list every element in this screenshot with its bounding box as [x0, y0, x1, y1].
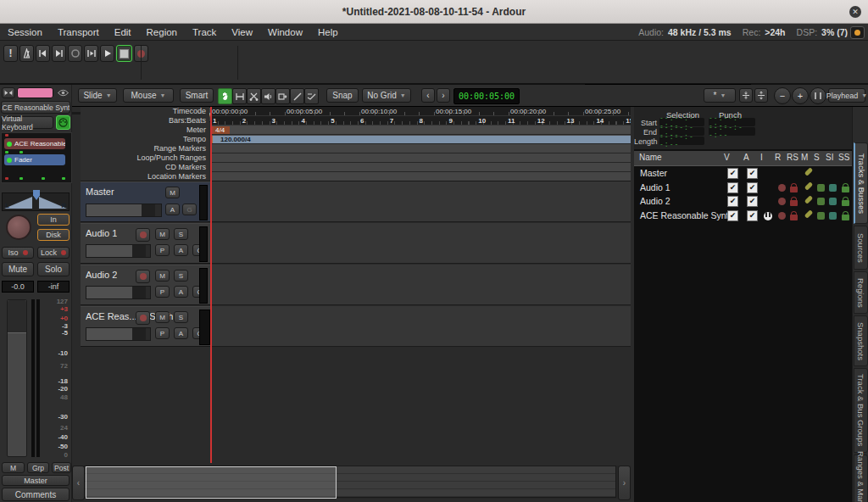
- menu-transport[interactable]: Transport: [50, 27, 107, 37]
- play-selection-button[interactable]: [84, 45, 98, 62]
- bars-ruler[interactable]: 123456789101112131415: [210, 116, 631, 126]
- processor-box[interactable]: ACE Reasonable S Fader: [1, 132, 72, 183]
- active-checkbox[interactable]: ✔: [747, 210, 758, 221]
- tab-regions[interactable]: Regions: [854, 271, 868, 314]
- tempo-ruler[interactable]: 120.000/4: [210, 135, 631, 144]
- play-button[interactable]: [100, 45, 114, 62]
- virtual-keyboard-button[interactable]: Virtual Keyboard: [1, 116, 53, 129]
- visible-checkbox[interactable]: ✔: [727, 168, 738, 179]
- tempo-band[interactable]: [213, 136, 631, 143]
- titlebar[interactable]: *Untitled-2021-08-08-10-11-54 - Ardour ✕: [0, 0, 868, 24]
- track-mute-button[interactable]: M: [155, 270, 170, 282]
- midi-panic-button[interactable]: !: [3, 45, 18, 62]
- track-playlist-button[interactable]: P: [155, 244, 170, 256]
- track-playlist-button[interactable]: P: [155, 286, 170, 298]
- track-header-audio-1[interactable]: Audio 1MSPAG: [81, 223, 210, 264]
- zoom-focus-dropdown[interactable]: Playhead▼: [828, 88, 865, 103]
- summary-viewport[interactable]: [86, 466, 337, 499]
- column-header-m[interactable]: M: [801, 153, 808, 162]
- visible-checkbox[interactable]: ✔: [727, 210, 738, 221]
- menu-region[interactable]: Region: [139, 27, 185, 37]
- i-state-icon[interactable]: [764, 212, 772, 220]
- monitor-disk-button[interactable]: Disk: [37, 229, 70, 241]
- marker-dropdown[interactable]: *▼: [704, 88, 736, 103]
- track-header-ace-reas-le-synth[interactable]: ACE Reas... le SynthMSPAG: [81, 306, 210, 347]
- track-header-audio-2[interactable]: Audio 2MSPAG: [81, 265, 210, 305]
- track-lane-audio-2[interactable]: [210, 265, 631, 305]
- track-automation-button[interactable]: A: [174, 286, 188, 298]
- synth-name-button[interactable]: ACE Reasonable Synth: [1, 101, 70, 114]
- track-lane-master[interactable]: [210, 181, 631, 222]
- track-name[interactable]: Audio 2: [86, 270, 117, 280]
- column-header-s[interactable]: S: [814, 153, 820, 162]
- summary-scroll-right-button[interactable]: ›: [618, 466, 631, 500]
- gain-display[interactable]: -0.0: [2, 281, 34, 293]
- track-header-master[interactable]: MasterMAG: [81, 181, 210, 222]
- grid-dropdown[interactable]: No Grid▼: [362, 88, 411, 103]
- ss-state-icon[interactable]: [842, 212, 849, 220]
- track-mute-button[interactable]: M: [165, 187, 180, 198]
- punch-end-clock[interactable]: --:--:--:--: [709, 127, 755, 136]
- tab-ranges-marks[interactable]: Ranges & Marks: [854, 455, 868, 502]
- track-automation-button[interactable]: A: [174, 244, 188, 256]
- track-solo-button[interactable]: S: [174, 270, 188, 282]
- si-state-icon[interactable]: [829, 184, 837, 192]
- snap-mode-button[interactable]: Snap: [326, 88, 359, 103]
- track-solo-button[interactable]: S: [174, 311, 188, 323]
- goto-start-button[interactable]: [36, 45, 50, 62]
- track-automation-button[interactable]: A: [174, 327, 188, 339]
- mono-button[interactable]: [2, 87, 15, 98]
- audition-tool-button[interactable]: [261, 88, 275, 104]
- r-state-icon[interactable]: [778, 198, 786, 205]
- edit-point-tool-button[interactable]: [304, 88, 319, 104]
- menu-edit[interactable]: Edit: [107, 27, 139, 37]
- range-tool-button[interactable]: [232, 88, 247, 104]
- tab-snapshots[interactable]: Snapshots: [854, 315, 868, 366]
- menu-help[interactable]: Help: [310, 27, 346, 37]
- smart-mode-button[interactable]: Smart: [180, 88, 214, 103]
- timefx-tool-button[interactable]: [275, 88, 290, 104]
- draw-tool-button[interactable]: [290, 88, 304, 104]
- zoom-fit-button[interactable]: [810, 87, 826, 104]
- nudge-forward-button[interactable]: ›: [437, 88, 450, 103]
- track-mute-button[interactable]: M: [155, 311, 170, 323]
- expand-tracks-button[interactable]: [754, 88, 768, 103]
- active-checkbox[interactable]: ✔: [747, 182, 758, 193]
- active-checkbox[interactable]: ✔: [747, 196, 758, 207]
- group-button[interactable]: Grp: [27, 462, 49, 473]
- track-gain-slider[interactable]: [86, 286, 151, 299]
- pan-widget[interactable]: L R: [2, 192, 70, 211]
- selection-length-clock[interactable]: --:--:--:--: [659, 137, 704, 145]
- loop-punch-ranges-ruler[interactable]: [210, 153, 631, 163]
- zoom-in-button[interactable]: +: [792, 87, 809, 104]
- post-button[interactable]: Post: [52, 462, 71, 473]
- track-gain-slider[interactable]: [86, 244, 151, 258]
- midi-input-button[interactable]: [56, 115, 70, 130]
- ss-state-icon[interactable]: [842, 198, 849, 206]
- loop-button[interactable]: [68, 45, 82, 62]
- track-rec-button[interactable]: [136, 270, 150, 283]
- metronome-button[interactable]: [19, 45, 34, 62]
- track-gain-slider[interactable]: [86, 204, 162, 217]
- track-lane-ace-reas-le-synth[interactable]: [210, 306, 631, 347]
- processor-fader[interactable]: Fader: [4, 154, 65, 165]
- track-solo-button[interactable]: S: [174, 228, 188, 240]
- rs-state-icon[interactable]: [790, 212, 798, 220]
- r-state-icon[interactable]: [778, 212, 786, 220]
- column-header-v[interactable]: V: [724, 153, 730, 162]
- monitor-knob[interactable]: [6, 215, 31, 240]
- goto-end-button[interactable]: [52, 45, 66, 62]
- range-markers-ruler[interactable]: [210, 144, 631, 153]
- cd-markers-ruler[interactable]: [210, 163, 631, 172]
- visible-checkbox[interactable]: ✔: [727, 182, 738, 193]
- meter-marker[interactable]: 4/4: [211, 126, 230, 134]
- close-icon[interactable]: ✕: [849, 6, 861, 18]
- track-group-button[interactable]: G: [182, 204, 197, 215]
- si-state-icon[interactable]: [829, 212, 837, 220]
- track-playlist-button[interactable]: P: [155, 327, 170, 339]
- m-state-icon[interactable]: [804, 198, 813, 202]
- edit-mode-dropdown[interactable]: Slide▼: [78, 88, 117, 103]
- track-list-row-audio-1[interactable]: Audio 1✔✔: [634, 181, 852, 194]
- nudge-clock[interactable]: 00:00:05:00: [453, 88, 520, 104]
- meter-ruler[interactable]: 4/4: [210, 126, 631, 135]
